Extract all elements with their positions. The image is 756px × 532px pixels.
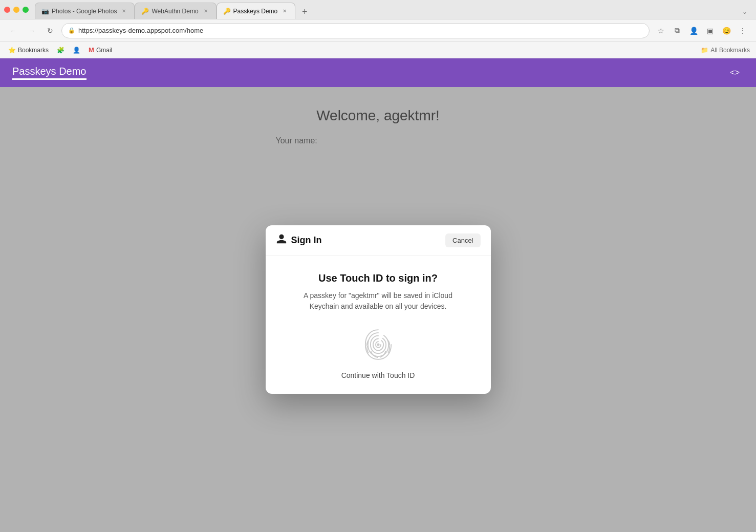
all-bookmarks-label: All Bookmarks: [710, 47, 750, 54]
puzzle-icon: 🧩: [57, 47, 64, 54]
main-area: Welcome, agektmr! Your name: Android: [0, 87, 756, 532]
person-icon: [276, 233, 287, 247]
menu-button[interactable]: ⋮: [736, 24, 750, 38]
cancel-button[interactable]: Cancel: [445, 233, 480, 247]
close-button[interactable]: [4, 7, 10, 13]
tab-photos-label: Photos - Google Photos: [52, 8, 117, 15]
app-header: Passkeys Demo <>: [0, 58, 756, 87]
continue-touch-id-label: Continue with Touch ID: [341, 371, 415, 379]
dialog-body: Use Touch ID to sign in? A passkey for "…: [266, 256, 491, 394]
sidebar-button[interactable]: ▣: [703, 24, 717, 38]
tab-passkeys[interactable]: 🔑 Passkeys Demo ✕: [217, 3, 296, 19]
bookmarks-label: Bookmarks: [18, 47, 49, 54]
address-bar[interactable]: 🔒 https://passkeys-demo.appspot.com/home: [61, 23, 650, 38]
gmail-label: Gmail: [96, 47, 112, 54]
app-title: Passkeys Demo: [12, 66, 87, 80]
nav-actions: ☆ ⧉ 👤 ▣ 😊 ⋮: [654, 24, 750, 38]
browser-window: 📷 Photos - Google Photos ✕ 🔑 WebAuthn De…: [0, 0, 756, 532]
profile-button[interactable]: 😊: [719, 24, 733, 38]
tab-photos-icon: 📷: [41, 8, 49, 15]
tab-passkeys-icon: 🔑: [223, 8, 230, 15]
tab-overflow-button[interactable]: ⌄: [738, 5, 752, 19]
modal-overlay: Sign In Cancel Use Touch ID to sign in? …: [0, 87, 756, 532]
tab-passkeys-label: Passkeys Demo: [233, 8, 278, 15]
touch-id-desc: A passkey for "agektmr" will be saved in…: [296, 290, 460, 312]
bookmark-puzzle[interactable]: 🧩: [55, 46, 67, 55]
bookmark-user[interactable]: 👤: [71, 46, 82, 55]
tab-passkeys-close[interactable]: ✕: [280, 7, 289, 15]
touch-id-title: Use Touch ID to sign in?: [318, 272, 438, 284]
title-bar: 📷 Photos - Google Photos ✕ 🔑 WebAuthn De…: [0, 0, 756, 19]
extensions-button[interactable]: ⧉: [670, 24, 684, 38]
tab-webauthn-icon: 🔑: [141, 8, 148, 15]
folder-icon: 📁: [701, 47, 708, 54]
tab-photos[interactable]: 📷 Photos - Google Photos ✕: [35, 3, 135, 19]
lock-icon: 🔒: [68, 27, 75, 34]
new-tab-button[interactable]: +: [297, 5, 312, 19]
bookmark-gmail[interactable]: M Gmail: [87, 45, 114, 55]
tab-webauthn[interactable]: 🔑 WebAuthn Demo ✕: [135, 3, 216, 19]
all-bookmarks[interactable]: 📁 All Bookmarks: [701, 47, 750, 54]
tab-webauthn-label: WebAuthn Demo: [152, 8, 198, 15]
dialog-title: Sign In: [291, 235, 322, 246]
nav-bar: ← → ↻ 🔒 https://passkeys-demo.appspot.co…: [0, 19, 756, 42]
fingerprint-icon: [360, 326, 397, 363]
signin-dialog: Sign In Cancel Use Touch ID to sign in? …: [266, 225, 491, 394]
forward-button[interactable]: →: [25, 24, 39, 38]
bookmarks-bar: ⭐ Bookmarks 🧩 👤 M Gmail 📁 All Bookmarks: [0, 42, 756, 58]
user-icon: 👤: [73, 47, 80, 54]
address-text: https://passkeys-demo.appspot.com/home: [78, 27, 643, 34]
window-controls: [4, 7, 29, 13]
minimize-button[interactable]: [13, 7, 19, 13]
back-button[interactable]: ←: [6, 24, 20, 38]
bookmarks-icon: ⭐: [8, 47, 16, 54]
bookmark-bookmarks[interactable]: ⭐ Bookmarks: [6, 46, 51, 55]
svg-point-0: [377, 343, 379, 346]
bookmark-star-button[interactable]: ☆: [654, 24, 668, 38]
tab-photos-close[interactable]: ✕: [120, 7, 128, 15]
page-content: Passkeys Demo <> Welcome, agektmr! Your …: [0, 58, 756, 532]
code-button[interactable]: <>: [726, 66, 744, 79]
tabs-container: 📷 Photos - Google Photos ✕ 🔑 WebAuthn De…: [35, 0, 752, 19]
dialog-title-row: Sign In: [276, 233, 322, 247]
gmail-icon: M: [89, 46, 94, 54]
maximize-button[interactable]: [23, 7, 29, 13]
tab-webauthn-close[interactable]: ✕: [202, 7, 210, 15]
reload-button[interactable]: ↻: [43, 24, 57, 38]
dialog-header: Sign In Cancel: [266, 225, 491, 256]
account-button[interactable]: 👤: [686, 24, 701, 38]
app-header-actions: <>: [726, 66, 744, 79]
